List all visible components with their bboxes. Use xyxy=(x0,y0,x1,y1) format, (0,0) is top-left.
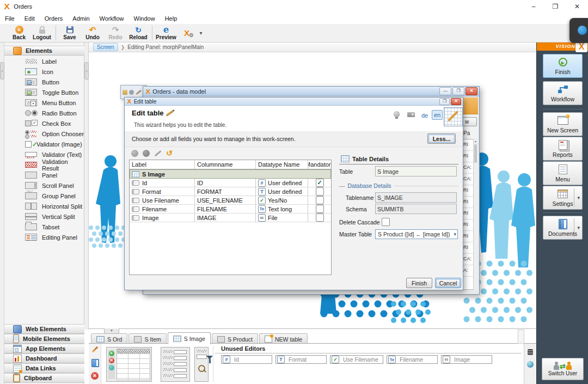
switch-user-button[interactable]: ⇄ Switch User xyxy=(542,358,584,380)
globe-icon[interactable] xyxy=(527,361,534,368)
palette-section-data-links[interactable]: Data Links xyxy=(4,363,84,373)
edge-widget-handle[interactable] xyxy=(569,18,588,43)
dm-restore-button[interactable]: ❐ xyxy=(452,87,464,95)
list-item[interactable]: RI xyxy=(462,231,474,242)
form-editor-thumbnail[interactable] xyxy=(161,347,190,382)
vision-menu-button[interactable]: Menu xyxy=(543,161,583,185)
eraser-icon[interactable] xyxy=(109,365,114,370)
collapse-handle-palette[interactable]: ‹ xyxy=(84,62,89,80)
menu-admin[interactable]: Admin xyxy=(68,14,94,23)
palette-section-web-elements[interactable]: Web Elements xyxy=(4,324,84,334)
mandatory-checkbox[interactable] xyxy=(316,196,324,204)
mandatory-checkbox[interactable] xyxy=(316,214,324,222)
palette-item-option-chooser[interactable]: Option Chooser xyxy=(4,129,84,139)
logout-button[interactable]: Logout xyxy=(30,24,53,42)
dialog-restore-button[interactable]: ❐ xyxy=(439,98,450,105)
delete-row-icon[interactable]: ✕ xyxy=(109,358,114,363)
col-columnname[interactable]: Columnname xyxy=(195,160,256,169)
dialog-close-button[interactable]: ✕ xyxy=(451,98,461,105)
vision-finish-button[interactable]: ▶Finish xyxy=(543,54,583,78)
table-field-value[interactable]: S Image xyxy=(375,166,457,176)
database-details-section[interactable]: — Database Details xyxy=(339,182,458,189)
redo-button[interactable]: ↷Redo xyxy=(104,24,127,42)
breadcrumb-screen[interactable]: Screen xyxy=(93,43,118,51)
maximize-button[interactable]: ❐ xyxy=(544,0,566,13)
list-item[interactable]: RI xyxy=(462,185,474,197)
list-item[interactable]: A: xyxy=(462,265,474,277)
palette-section-clipboard[interactable]: Clipboard xyxy=(4,373,84,383)
unused-editor-image[interactable]: 01Image xyxy=(441,355,492,364)
search-editor-thumbnail[interactable] xyxy=(194,347,209,382)
dm-minimize-button[interactable]: — xyxy=(439,87,451,95)
unused-editor-use-filename[interactable]: ✓Use Filename xyxy=(330,355,383,364)
col-label[interactable]: Label xyxy=(130,160,195,169)
vision-reports-button[interactable]: Reports xyxy=(543,137,583,161)
tab-new-table[interactable]: NEW table xyxy=(259,333,308,344)
tab-s-ord[interactable]: S Ord xyxy=(91,333,127,344)
reload-button[interactable]: ↻Reload xyxy=(127,24,150,42)
list-item[interactable]: RI xyxy=(462,220,474,231)
preview-button[interactable]: ePreview xyxy=(155,24,177,42)
finish-button[interactable]: Finish xyxy=(406,278,432,288)
palette-item-validation-result[interactable]: Validation Result xyxy=(4,160,84,170)
schema-value[interactable]: SUMMITB xyxy=(375,204,457,214)
table-row[interactable]: Id ID #User defined ✓ xyxy=(130,179,331,187)
close-button[interactable]: ✕ xyxy=(566,0,588,13)
col-datatype[interactable]: Datatype Name xyxy=(256,160,308,169)
palette-item-editing-panel[interactable]: Editing Panel xyxy=(4,232,84,242)
lamp-icon[interactable] xyxy=(394,111,400,117)
add-row-icon[interactable]: + xyxy=(109,351,114,356)
palette-item-group-panel[interactable]: Group Panel xyxy=(4,191,84,201)
vision-new-screen-button[interactable]: New Screen xyxy=(543,112,583,136)
menu-window[interactable]: Window xyxy=(129,14,160,23)
tab-s-product[interactable]: S Product xyxy=(212,333,258,344)
mandatory-checkbox[interactable] xyxy=(316,187,324,196)
dialog-titlebar[interactable]: X Edit table ❐ ✕ xyxy=(125,97,463,106)
tablename-value[interactable]: S_IMAGE xyxy=(375,192,457,203)
reset-fields-icon[interactable]: ↺ xyxy=(166,150,173,157)
list-item[interactable]: CA: xyxy=(462,174,474,185)
palette-header-elements[interactable]: Elements xyxy=(4,46,84,56)
palette-section-mobile-elements[interactable]: Mobile Elements xyxy=(4,334,84,344)
palette-section-app-elements[interactable]: App Elements xyxy=(4,344,84,353)
palette-item-tabset[interactable]: Tabset xyxy=(4,222,84,232)
language-en-button[interactable]: en xyxy=(432,110,443,120)
cancel-button[interactable]: Cancel xyxy=(435,278,461,288)
grid-editor-thumbnail[interactable]: + ✕ xyxy=(106,347,152,382)
list-scrollbar[interactable] xyxy=(473,139,478,290)
minimize-button[interactable]: – xyxy=(523,0,544,13)
palette-item-check-box[interactable]: Check Box xyxy=(4,118,84,129)
unused-editor-filename[interactable]: TeFilename xyxy=(387,355,438,364)
list-item[interactable]: CA: xyxy=(462,254,474,265)
vision-settings-button[interactable]: Settings xyxy=(543,186,583,210)
palette-item-panel[interactable]: Panel xyxy=(4,170,84,180)
delete-cascade-checkbox[interactable] xyxy=(382,218,390,226)
palette-item-vertical-split[interactable]: Vertical Split xyxy=(4,211,84,222)
palette-item-radio-button[interactable]: Radio Button xyxy=(4,108,84,118)
palette-item-menu-button[interactable]: ▾Menu Button xyxy=(4,97,84,108)
camera-icon[interactable] xyxy=(407,112,415,117)
master-table-select[interactable]: S Product ([id] ← [image Id]) ▾ xyxy=(375,229,458,239)
vision-documents-button[interactable]: Documents xyxy=(543,216,583,240)
menu-file[interactable]: File xyxy=(0,14,20,23)
edit-field-icon[interactable] xyxy=(155,150,162,156)
menu-workflow[interactable]: Workflow xyxy=(95,14,129,23)
language-de-button[interactable]: de xyxy=(419,111,430,120)
mandatory-checkbox-checked[interactable]: ✓ xyxy=(316,179,324,187)
stack-icon[interactable] xyxy=(528,349,533,355)
table-row[interactable]: Image IMAGE 01File xyxy=(130,214,331,222)
list-item[interactable]: RI xyxy=(462,242,474,254)
menu-edit[interactable]: Edit xyxy=(20,14,40,23)
list-item[interactable]: RI xyxy=(462,197,474,208)
table-row[interactable]: Use Filename USE_FILENAME ✓Yes/No xyxy=(130,196,331,205)
palette-item-horizontal-split[interactable]: Horizontal Split xyxy=(4,201,84,211)
add-field-icon[interactable] xyxy=(131,150,138,157)
clipped-new-button[interactable]: w xyxy=(463,117,477,126)
list-item[interactable]: RI xyxy=(462,151,474,162)
toolbar-dropdown-button[interactable]: ▾ xyxy=(196,24,206,42)
table-row[interactable]: Filename FILENAME TeText long xyxy=(130,205,331,214)
table-group-row[interactable]: S Image xyxy=(130,169,331,179)
remove-field-icon[interactable] xyxy=(143,150,150,157)
list-item[interactable]: RI xyxy=(462,208,474,220)
list-item[interactable]: CA: xyxy=(462,162,474,174)
